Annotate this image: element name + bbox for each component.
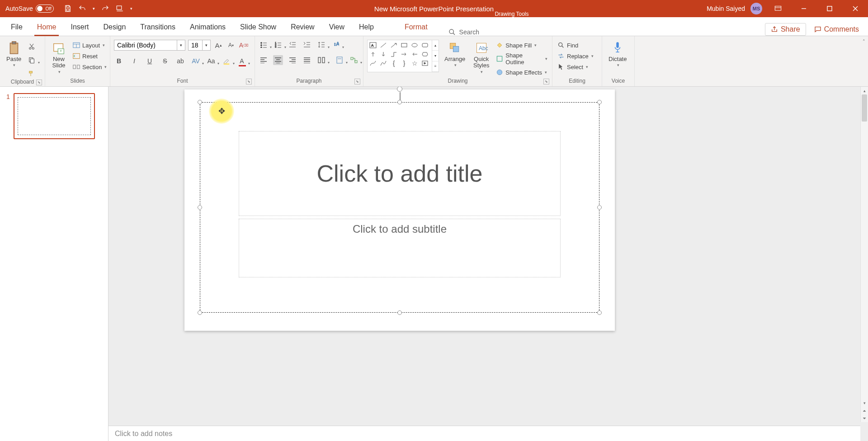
tab-file[interactable]: File <box>4 19 30 36</box>
tab-view[interactable]: View <box>322 19 352 36</box>
scroll-down-icon[interactable]: ▾ <box>861 399 868 407</box>
close-button[interactable] <box>845 0 865 17</box>
align-left-button[interactable] <box>259 55 269 65</box>
arrow-down-shape-icon[interactable] <box>379 51 387 58</box>
slide-thumbnail-1[interactable] <box>14 93 95 139</box>
undo-dropdown-icon[interactable]: ▾ <box>93 6 95 11</box>
arrow-right-shape-icon[interactable] <box>400 51 408 58</box>
rotate-handle[interactable] <box>397 87 402 92</box>
font-name-dropdown-icon[interactable]: ▾ <box>177 40 185 51</box>
autosave-control[interactable]: AutoSave Off <box>0 5 59 13</box>
underline-button[interactable]: U <box>145 56 155 66</box>
qat-customize-icon[interactable]: ▾ <box>130 6 132 11</box>
cut-button[interactable] <box>27 42 37 52</box>
undo-icon[interactable] <box>78 5 86 13</box>
layout-button[interactable]: Layout▾ <box>71 41 108 50</box>
paragraph-launcher-icon[interactable]: ⬊ <box>354 79 360 84</box>
slide-thumbnail-pane[interactable]: 1 <box>0 87 108 441</box>
minimize-button[interactable] <box>793 0 814 17</box>
align-text-button[interactable] <box>335 55 344 65</box>
title-placeholder[interactable]: Click to add title <box>239 131 561 216</box>
decrease-indent-button[interactable] <box>288 40 297 50</box>
maximize-button[interactable] <box>819 0 840 17</box>
font-launcher-icon[interactable]: ⬊ <box>246 79 252 84</box>
select-button[interactable]: Select▾ <box>556 62 594 71</box>
paste-button[interactable]: Paste▾ <box>4 40 24 69</box>
vertical-scrollbar[interactable]: ▴ ▾ ⏶ ⏷ <box>860 87 868 422</box>
arrow-left-shape-icon[interactable] <box>410 51 419 58</box>
increase-font-icon[interactable]: A▴ <box>213 40 223 50</box>
redo-icon[interactable] <box>101 5 109 13</box>
shapes-scroller[interactable]: ▴▾≡ <box>432 40 439 72</box>
decrease-font-icon[interactable]: A▾ <box>226 40 236 50</box>
resize-handle-bl[interactable] <box>198 310 202 315</box>
shapes-gallery[interactable]: A { } ☆ ▴▾≡ <box>367 40 439 72</box>
tab-help[interactable]: Help <box>352 19 381 36</box>
resize-handle-r[interactable] <box>597 205 602 210</box>
tab-home[interactable]: Home <box>30 19 64 36</box>
strikethrough-button[interactable]: S <box>160 56 170 66</box>
shape-fill-button[interactable]: Shape Fill▾ <box>495 41 548 50</box>
hexagon-shape-icon[interactable] <box>421 51 429 58</box>
tab-design[interactable]: Design <box>96 19 133 36</box>
comments-button[interactable]: Comments <box>814 25 859 33</box>
slide-canvas-pane[interactable]: ✥ Click to add title Click to add subtit… <box>108 87 868 441</box>
section-button[interactable]: Section▾ <box>71 62 108 71</box>
arrow-up-shape-icon[interactable] <box>369 51 377 58</box>
tab-format[interactable]: Format <box>397 19 435 36</box>
next-slide-icon[interactable]: ⏷ <box>861 414 868 422</box>
resize-handle-b[interactable] <box>397 310 402 315</box>
curve-shape-icon[interactable] <box>369 60 377 67</box>
bold-button[interactable]: B <box>114 56 124 66</box>
notes-pane[interactable]: Click to add notes <box>108 426 860 441</box>
text-direction-button[interactable]: ↕A <box>331 40 341 50</box>
freeform-shape-icon[interactable] <box>379 60 387 67</box>
line-shape-icon[interactable] <box>379 42 387 49</box>
align-center-button[interactable] <box>273 55 283 65</box>
collapse-ribbon-icon[interactable]: ˄ <box>863 39 865 45</box>
scroll-thumb[interactable] <box>862 94 867 122</box>
left-brace-icon[interactable]: { <box>390 60 398 67</box>
search-box[interactable]: Search <box>443 28 485 36</box>
arrow-line-icon[interactable] <box>390 42 398 49</box>
resize-handle-tr[interactable] <box>597 100 602 104</box>
character-spacing-button[interactable]: AV <box>191 56 201 66</box>
font-size-dropdown-icon[interactable]: ▾ <box>203 40 211 51</box>
font-name-input[interactable] <box>114 40 177 51</box>
elbow-connector-icon[interactable] <box>390 51 398 58</box>
font-color-button[interactable]: A <box>237 56 247 66</box>
tab-animations[interactable]: Animations <box>183 19 233 36</box>
highlight-button[interactable] <box>222 56 231 66</box>
align-right-button[interactable] <box>288 55 297 65</box>
arrange-button[interactable]: Arrange▾ <box>442 40 468 69</box>
scroll-up-icon[interactable]: ▴ <box>861 87 868 94</box>
numbering-button[interactable]: 123 <box>273 40 283 50</box>
tab-slideshow[interactable]: Slide Show <box>233 19 283 36</box>
clear-formatting-icon[interactable]: A⌫ <box>239 40 249 50</box>
subtitle-placeholder[interactable]: Click to add subtitle <box>239 219 561 277</box>
slide[interactable]: ✥ Click to add title Click to add subtit… <box>184 89 615 331</box>
smartart-button[interactable] <box>349 55 359 65</box>
star-shape-icon[interactable]: ☆ <box>410 60 419 67</box>
copy-button[interactable] <box>27 55 37 65</box>
bullets-button[interactable] <box>259 40 269 50</box>
shape-outline-button[interactable]: Shape Outline▾ <box>495 52 548 66</box>
dictate-button[interactable]: Dictate▾ <box>606 40 629 69</box>
user-name[interactable]: Mubin Saiyed <box>707 5 745 12</box>
drawing-launcher-icon[interactable]: ⬊ <box>543 79 549 84</box>
share-button[interactable]: Share <box>765 23 806 36</box>
ribbon-display-options-icon[interactable] <box>768 0 788 17</box>
prev-slide-icon[interactable]: ⏶ <box>861 407 868 414</box>
quick-styles-button[interactable]: Abc Quick Styles▾ <box>471 40 492 75</box>
justify-button[interactable] <box>302 55 312 65</box>
rounded-rect-shape-icon[interactable] <box>421 42 429 49</box>
line-spacing-button[interactable] <box>316 40 326 50</box>
increase-indent-button[interactable] <box>302 40 312 50</box>
clipboard-launcher-icon[interactable]: ⬊ <box>36 80 42 85</box>
resize-handle-br[interactable] <box>597 310 602 315</box>
tab-transitions[interactable]: Transitions <box>133 19 183 36</box>
textbox-shape-icon[interactable]: A <box>369 42 377 49</box>
resize-handle-l[interactable] <box>198 205 202 210</box>
font-size-input[interactable] <box>188 40 203 51</box>
oval-shape-icon[interactable] <box>410 42 419 49</box>
